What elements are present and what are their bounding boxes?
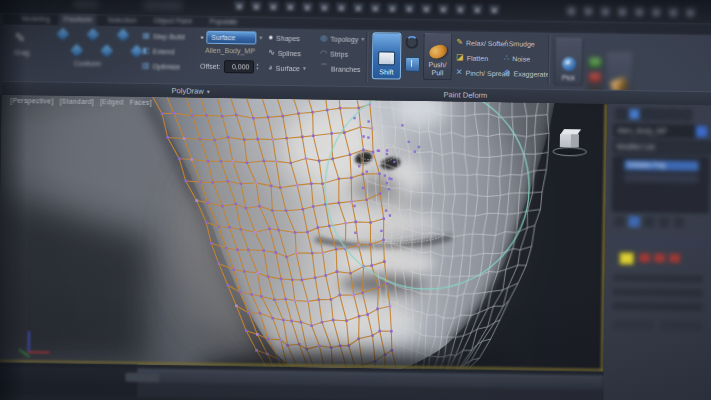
- display-tab-icon[interactable]: [667, 109, 679, 121]
- soft-selection-swatch[interactable]: [619, 252, 634, 265]
- blurred-toolbar-icon[interactable]: [667, 7, 680, 20]
- rollout-button[interactable]: [612, 320, 654, 331]
- blurred-toolbar-icon[interactable]: [318, 1, 331, 14]
- pinch-spread-button[interactable]: ✕ Pinch/ Spread: [456, 65, 510, 80]
- stack-item[interactable]: [624, 173, 698, 183]
- blurred-toolbar-icon[interactable]: [420, 3, 433, 16]
- blurred-toolbar-icon[interactable]: [267, 1, 280, 14]
- blurred-toolbar-icon[interactable]: [403, 3, 416, 16]
- stack-tool-icon[interactable]: [614, 216, 625, 227]
- pick-object-name[interactable]: Alien_Body_MP: [205, 47, 255, 55]
- pick-button[interactable]: Pick: [554, 38, 584, 85]
- mirror-button[interactable]: [405, 57, 420, 72]
- offset-field[interactable]: 0,000: [223, 60, 253, 73]
- blurred-toolbar-icon[interactable]: [582, 5, 595, 18]
- object-name-field[interactable]: Alien_Body_MP: [613, 124, 697, 138]
- tab-object-paint[interactable]: Object Paint: [149, 15, 197, 28]
- draw-on-dropdown[interactable]: Surface: [206, 30, 256, 44]
- branches-button[interactable]: ⌒ Branches: [320, 61, 361, 76]
- optimize-icon: ▥: [142, 62, 150, 70]
- tab-freeform[interactable]: Freeform: [59, 14, 98, 27]
- utilities-tab-icon[interactable]: [680, 109, 692, 121]
- drag-icon: ✎: [14, 34, 25, 42]
- create-tab-icon[interactable]: [615, 108, 627, 120]
- modifier-list-dropdown[interactable]: Modifier List: [613, 140, 711, 154]
- noise-icon: ∴: [504, 54, 509, 62]
- step-build-button[interactable]: ▦ Step Build: [142, 29, 185, 44]
- blurred-toolbar-icon[interactable]: [233, 0, 246, 13]
- subobject-icon[interactable]: [669, 254, 680, 263]
- offset-spinner[interactable]: ▴▾: [256, 63, 258, 71]
- blurred-toolbar-icon[interactable]: [437, 3, 450, 16]
- motion-tab-icon[interactable]: [654, 108, 666, 120]
- blurred-toolbar-icon[interactable]: [284, 1, 297, 14]
- object-color-swatch[interactable]: [695, 125, 708, 138]
- splines-button[interactable]: ∿ Splines: [268, 46, 301, 60]
- blurred-green-button[interactable]: [588, 56, 602, 68]
- blurred-toolbar-icon[interactable]: [250, 0, 263, 13]
- subobject-icon[interactable]: [639, 253, 650, 262]
- shift-button[interactable]: Shift: [372, 32, 402, 79]
- conform-label[interactable]: Conform: [74, 60, 101, 67]
- blurred-toolbar-icon[interactable]: [352, 2, 365, 15]
- tab-populate[interactable]: Populate: [205, 16, 243, 29]
- modify-tab-icon[interactable]: [628, 108, 640, 120]
- blurred-red-button[interactable]: [588, 71, 602, 83]
- blurred-toolbar-icon[interactable]: [633, 6, 646, 19]
- exaggerate-button[interactable]: ❄ Exaggerate: [504, 66, 550, 81]
- relax-soften-button[interactable]: ✎ Relax/ Soften: [456, 35, 508, 50]
- chevron-down-icon: ▾: [361, 35, 364, 43]
- rollout-header[interactable]: [609, 236, 707, 247]
- surface-button[interactable]: ◕ Surface ▾: [268, 61, 306, 76]
- stack-tool-icon-active[interactable]: [629, 216, 640, 227]
- polydraw-panel-label[interactable]: PolyDraw▾: [172, 86, 210, 96]
- drag-label[interactable]: Drag: [14, 49, 29, 56]
- blurred-toolbar-icon[interactable]: [301, 1, 314, 14]
- branches-icon: ⌒: [320, 64, 328, 72]
- blurred-toolbar-icon[interactable]: [386, 2, 399, 15]
- noise-button[interactable]: ∴ Noise: [504, 51, 530, 65]
- viewport[interactable]: [Perspective] [Standard] [Edged Faces]: [0, 95, 607, 372]
- rollout-button[interactable]: [660, 321, 702, 332]
- time-slider-handle[interactable]: [125, 373, 159, 383]
- blurred-toolbar-icon[interactable]: [599, 6, 612, 19]
- shapes-button[interactable]: ● Shapes: [268, 31, 300, 45]
- tab-selection[interactable]: Selection: [103, 14, 142, 27]
- subobject-icon[interactable]: [654, 253, 665, 262]
- viewport-canvas[interactable]: [0, 95, 607, 372]
- viewcube-side-face: [571, 134, 579, 147]
- stack-tool-icon[interactable]: [659, 217, 670, 228]
- blurred-toolbar-icon[interactable]: [684, 7, 697, 20]
- flatten-button[interactable]: ◪ Flatten: [456, 50, 488, 64]
- blurred-toolbar-icon[interactable]: [488, 4, 501, 17]
- blurred-toolbar-group: [143, 1, 183, 11]
- paint-options-icon[interactable]: [405, 36, 418, 49]
- ribbon: ✎ Drag Conform ▦ Step Build: [2, 25, 711, 92]
- strips-button[interactable]: ◠ Strips: [320, 46, 348, 60]
- chevron-down-icon[interactable]: ▾: [259, 34, 262, 42]
- topology-button[interactable]: ◎ Topology ▾: [320, 31, 364, 46]
- stack-item-selected[interactable]: Editable Poly: [624, 160, 698, 171]
- rollout-row: [612, 302, 702, 311]
- paint-deform-panel-label[interactable]: Paint Deform: [444, 90, 488, 100]
- stack-tool-icon[interactable]: [674, 217, 685, 228]
- blurred-toolbar-icon[interactable]: [650, 6, 663, 19]
- optimize-button[interactable]: ▥ Optimize: [142, 59, 180, 74]
- blurred-toolbar-icon[interactable]: [454, 3, 467, 16]
- blurred-toolbar-icon[interactable]: [369, 2, 382, 15]
- push-pull-button[interactable]: Push/ Pull: [423, 33, 453, 80]
- blurred-toolbar-icon[interactable]: [616, 6, 629, 19]
- flatten-icon: ◪: [456, 53, 464, 61]
- viewcube[interactable]: [553, 125, 594, 166]
- blurred-toolbar-icon[interactable]: [335, 2, 348, 15]
- drag-button[interactable]: ✎: [14, 27, 25, 49]
- blurred-toolbar-icon[interactable]: [565, 5, 578, 18]
- stack-tool-icon[interactable]: [644, 216, 655, 227]
- draw-on-surface-row: ● Surface ▾: [200, 30, 262, 45]
- topology-icon: ◎: [320, 34, 327, 42]
- blurred-toolbar-icon[interactable]: [471, 4, 484, 17]
- tab-modeling[interactable]: Modeling: [17, 13, 56, 26]
- smudge-button[interactable]: ∕ Smudge: [504, 36, 535, 50]
- hierarchy-tab-icon[interactable]: [641, 108, 653, 120]
- extend-button[interactable]: ◧ Extend: [142, 44, 175, 58]
